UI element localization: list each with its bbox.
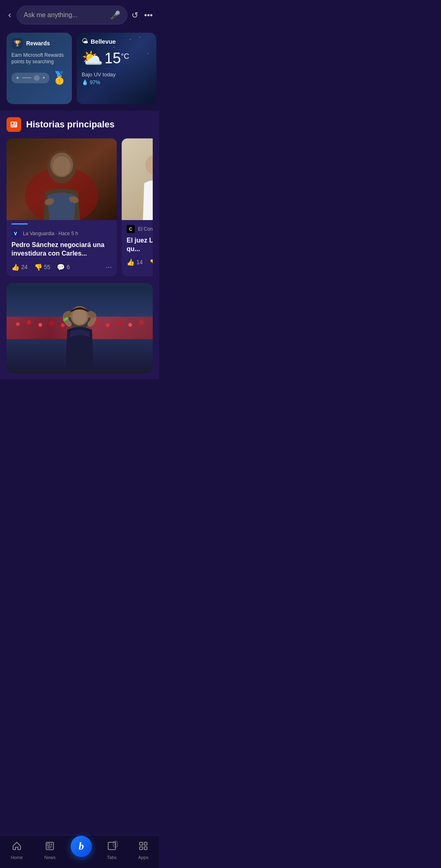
news-source-row-2: C El Confidencial · H	[127, 225, 153, 233]
svg-rect-4	[11, 125, 16, 126]
svg-point-32	[139, 320, 144, 325]
news-section-icon	[7, 117, 21, 132]
svg-point-10	[53, 156, 71, 176]
news-headline-1: Pedro Sánchez negociará una investidura …	[11, 241, 112, 258]
news-card-2-content: C El Confidencial · H El juez Llarena c.…	[122, 220, 153, 271]
svg-rect-3	[14, 124, 16, 125]
section-title: Historias principales	[26, 119, 114, 130]
widgets-section: 🏆 Rewards Earn Microsoft Rewards points …	[0, 29, 159, 111]
search-bar[interactable]: Ask me anything... 🎤	[17, 6, 127, 24]
thumbs-up-icon-2: 👍	[127, 258, 135, 266]
weather-uv: Bajo UV today	[82, 71, 151, 78]
more-menu-icon[interactable]: •••	[144, 11, 153, 20]
svg-rect-1	[11, 122, 13, 125]
news-source-row-1: V La Vanguardia · Hace 5 h	[11, 229, 112, 238]
svg-rect-2	[14, 122, 16, 123]
section-header: Historias principales	[7, 117, 153, 132]
thumbs-up-icon: 👍	[11, 263, 20, 271]
comment-button-1[interactable]: 💬 6	[57, 263, 70, 271]
weather-widget[interactable]: 🌤 Bellevue ⛅ 15°C Bajo UV today 💧 97%	[77, 33, 156, 104]
dislike-button-2[interactable]: 👎 10	[149, 258, 153, 266]
rewards-widget[interactable]: 🏆 Rewards Earn Microsoft Rewards points …	[7, 33, 72, 104]
thumbs-down-icon: 👎	[34, 263, 42, 271]
news-actions-1: 👍 24 👎 55 💬 6 ···	[11, 263, 112, 272]
medal-icon: 🥇	[52, 71, 67, 85]
svg-point-22	[27, 320, 31, 324]
thumbs-down-icon-2: 👎	[149, 258, 153, 266]
news-section: Historias principales	[0, 111, 159, 379]
news-card-1-content: V La Vanguardia · Hace 5 h Pedro Sánchez…	[7, 225, 117, 276]
sparkle-right-icon: ✦	[42, 76, 45, 80]
news-card-1[interactable]: V La Vanguardia · Hace 5 h Pedro Sánchez…	[7, 138, 117, 276]
news-actions-2: 👍 14 👎 10 💬	[127, 258, 153, 266]
svg-point-29	[106, 323, 109, 327]
svg-point-24	[49, 320, 54, 325]
comment-icon: 💬	[57, 263, 65, 271]
refresh-icon[interactable]: ↺	[131, 10, 138, 20]
news-image-2	[122, 138, 153, 220]
news-person-illustration	[7, 138, 117, 220]
weather-city: Bellevue	[91, 38, 116, 45]
news-people-illustration	[122, 138, 153, 220]
source-logo-1: V	[11, 229, 20, 238]
news-card-2[interactable]: C El Confidencial · H El juez Llarena c.…	[122, 138, 153, 276]
newspaper-icon	[10, 120, 18, 129]
svg-point-31	[128, 323, 132, 327]
more-options-button-1[interactable]: ···	[106, 263, 112, 272]
weather-condition-icon: ⛅	[82, 48, 103, 68]
news-image-full	[7, 283, 153, 373]
back-button[interactable]: ‹	[7, 8, 13, 22]
mic-icon[interactable]: 🎤	[110, 10, 120, 20]
football-player-illustration	[7, 283, 153, 373]
source-logo-2: C	[127, 225, 135, 233]
rewards-icon: 🏆	[11, 38, 23, 49]
news-image-1	[7, 138, 117, 220]
svg-point-21	[16, 322, 20, 326]
news-card-full[interactable]	[7, 283, 153, 373]
search-placeholder: Ask me anything...	[24, 11, 107, 19]
rewards-description: Earn Microsoft Rewards points by searchi…	[11, 52, 67, 65]
weather-main: ⛅ 15°C	[82, 48, 151, 68]
svg-point-23	[38, 323, 42, 327]
header-actions: ↺ •••	[131, 10, 153, 20]
svg-point-35	[73, 309, 87, 325]
svg-point-25	[61, 323, 65, 327]
weather-humidity: 💧 97%	[82, 79, 151, 85]
news-cards-row: V La Vanguardia · Hace 5 h Pedro Sánchez…	[7, 138, 153, 276]
weather-location-icon: 🌤	[82, 38, 88, 45]
like-button-1[interactable]: 👍 24	[11, 263, 28, 271]
rewards-search-illustration: ✦ ✦	[11, 73, 49, 83]
rewards-header: 🏆 Rewards	[11, 38, 67, 49]
source-name-2: El Confidencial · H	[138, 226, 153, 232]
weather-temperature: 15	[105, 50, 121, 67]
weather-unit: °C	[121, 52, 129, 61]
source-name-1: La Vanguardia · Hace 5 h	[23, 231, 78, 236]
rewards-title: Rewards	[26, 40, 50, 47]
weather-location: 🌤 Bellevue	[82, 38, 151, 45]
like-button-2[interactable]: 👍 14	[127, 258, 143, 266]
news-headline-2: El juez Llarena c... sumario para qu...	[127, 236, 153, 254]
svg-rect-5	[11, 126, 15, 127]
dislike-button-1[interactable]: 👎 55	[34, 263, 51, 271]
svg-point-30	[117, 320, 121, 325]
sparkle-left-icon: ✦	[16, 75, 20, 81]
weather-details: Bajo UV today 💧 97%	[82, 71, 151, 85]
header: ‹ Ask me anything... 🎤 ↺ •••	[0, 0, 159, 29]
